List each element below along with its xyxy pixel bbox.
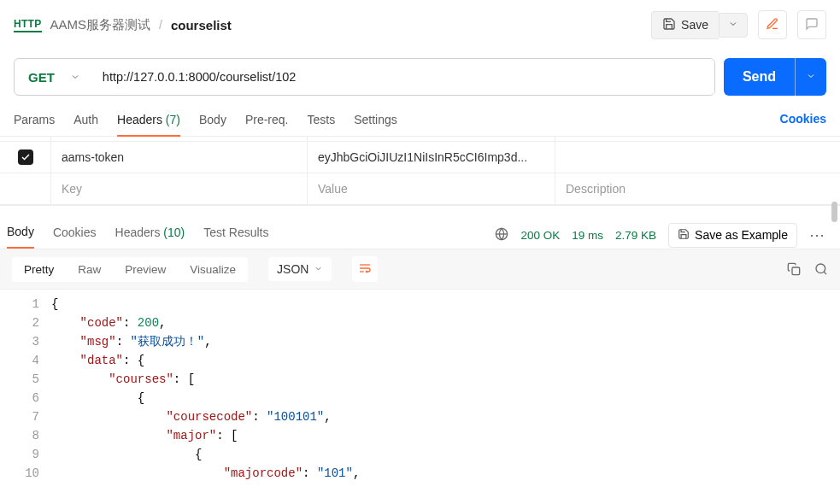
breadcrumb-collection[interactable]: AAMS服务器测试: [50, 17, 151, 33]
save-group: Save: [651, 11, 748, 39]
resp-tab-headers-label: Headers: [115, 226, 161, 239]
response-section: Body Cookies Headers (10) Test Results 2…: [0, 216, 840, 488]
tab-tests[interactable]: Tests: [307, 109, 335, 136]
svg-point-5: [816, 264, 825, 273]
svg-line-6: [824, 272, 826, 274]
search-button[interactable]: [814, 262, 828, 276]
header-key-cell[interactable]: aams-token: [51, 142, 308, 173]
format-value: JSON: [277, 262, 308, 276]
breadcrumb-request: courselist: [171, 18, 232, 32]
format-select[interactable]: JSON: [268, 257, 332, 281]
save-button[interactable]: Save: [651, 11, 719, 39]
checkbox-checked[interactable]: [18, 149, 33, 165]
header-key-placeholder[interactable]: Key: [51, 173, 308, 204]
resp-tab-body[interactable]: Body: [7, 221, 34, 249]
request-tabs: Params Auth Headers (7) Body Pre-req. Te…: [0, 109, 840, 137]
headers-table: aams-token eyJhbGciOiJIUzI1NiIsInR5cCI6I…: [0, 137, 840, 206]
method-select[interactable]: GET: [15, 59, 92, 95]
tab-body[interactable]: Body: [199, 109, 226, 136]
send-caret[interactable]: [795, 58, 826, 96]
breadcrumb-sep: /: [159, 18, 162, 32]
tab-headers[interactable]: Headers (7): [117, 109, 180, 137]
tab-params[interactable]: Params: [14, 109, 55, 136]
view-bar: Pretty Raw Preview Visualize JSON: [0, 249, 840, 290]
view-tabs: Pretty Raw Preview Visualize: [12, 257, 248, 282]
method-value: GET: [28, 70, 55, 85]
resp-tab-cookies[interactable]: Cookies: [53, 222, 97, 248]
tab-settings[interactable]: Settings: [354, 109, 397, 136]
status-size: 2.79 KB: [615, 229, 656, 242]
edit-button[interactable]: [758, 10, 787, 39]
view-raw[interactable]: Raw: [66, 257, 113, 282]
response-code[interactable]: 12345678910 { "code": 200, "msg": "获取成功！…: [0, 290, 840, 488]
view-preview[interactable]: Preview: [113, 257, 178, 282]
send-group: Send: [724, 58, 826, 96]
resp-tab-headers[interactable]: Headers (10): [115, 222, 185, 248]
copy-button[interactable]: [787, 262, 801, 276]
save-caret[interactable]: [719, 13, 748, 38]
svg-rect-4: [792, 267, 800, 275]
table-row-new: Key Value Description: [0, 173, 840, 205]
scroll-thumb[interactable]: [831, 202, 837, 222]
header-desc-placeholder[interactable]: Description: [555, 173, 840, 204]
globe-icon[interactable]: [495, 227, 508, 243]
save-icon: [662, 17, 676, 33]
table-row: aams-token eyJhbGciOiJIUzI1NiIsInR5cCI6I…: [0, 142, 840, 173]
cookies-link[interactable]: Cookies: [780, 112, 826, 134]
status-time: 19 ms: [572, 229, 603, 242]
tab-headers-count: (7): [166, 113, 180, 126]
http-badge: HTTP: [14, 18, 42, 32]
url-bar: GET: [14, 58, 715, 96]
wrap-icon: [358, 261, 372, 278]
row-checkbox-cell[interactable]: [0, 142, 51, 173]
save-icon: [678, 228, 690, 243]
chevron-down-icon: [806, 71, 816, 84]
pencil-icon: [766, 17, 779, 33]
header-desc-cell[interactable]: [555, 142, 840, 173]
view-pretty[interactable]: Pretty: [12, 257, 66, 282]
chevron-down-icon: [728, 19, 738, 32]
resp-tab-testresults[interactable]: Test Results: [203, 222, 268, 248]
header-bar: HTTP AAMS服务器测试 / courselist Save: [0, 0, 840, 50]
more-icon[interactable]: ⋯: [809, 227, 826, 243]
tab-prereq[interactable]: Pre-req.: [245, 109, 289, 136]
comment-button[interactable]: [797, 10, 826, 39]
wrap-button[interactable]: [352, 256, 378, 282]
url-row: GET Send: [0, 50, 840, 109]
comment-icon: [805, 17, 819, 33]
chevron-down-icon: [70, 70, 80, 85]
send-button[interactable]: Send: [724, 58, 795, 96]
header-actions: Save: [651, 10, 826, 39]
resp-tab-headers-count: (10): [163, 226, 185, 239]
save-label: Save: [681, 18, 708, 32]
response-tabs: Body Cookies Headers (10) Test Results 2…: [0, 216, 840, 249]
url-input[interactable]: [92, 59, 714, 95]
code-body[interactable]: { "code": 200, "msg": "获取成功！", "data": {…: [51, 290, 840, 488]
header-value-placeholder[interactable]: Value: [308, 173, 555, 204]
tab-auth[interactable]: Auth: [73, 109, 98, 136]
status-code: 200 OK: [520, 229, 560, 242]
tab-headers-label: Headers: [117, 113, 162, 126]
line-gutter: 12345678910: [0, 290, 51, 488]
row-checkbox-cell[interactable]: [0, 173, 51, 204]
view-visualize[interactable]: Visualize: [178, 257, 248, 282]
save-example-label: Save as Example: [695, 228, 788, 242]
header-value-cell[interactable]: eyJhbGciOiJIUzI1NiIsInR5cCI6Imp3d...: [308, 142, 555, 173]
chevron-down-icon: [314, 262, 323, 276]
save-example-button[interactable]: Save as Example: [668, 223, 797, 248]
breadcrumb: HTTP AAMS服务器测试 / courselist: [14, 17, 232, 33]
